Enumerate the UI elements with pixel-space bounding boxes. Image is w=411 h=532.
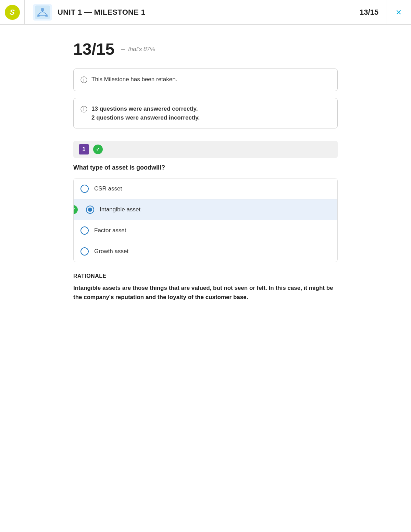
unit-thumbnail	[33, 4, 52, 21]
option-factor[interactable]: Factor asset	[74, 220, 337, 241]
rationale-text: Intangible assets are those things that …	[73, 283, 338, 302]
question-correct-checkmark: ✓	[93, 145, 103, 154]
radio-growth[interactable]	[80, 247, 89, 256]
unit-info: UNIT 1 — MILESTONE 1	[25, 4, 352, 21]
radio-csr[interactable]	[80, 185, 89, 193]
incorrect-count-text: 2 questions were answered incorrectly.	[91, 114, 200, 121]
percent-text: that's 87%	[128, 46, 155, 53]
correct-marker-intangible: ✓	[73, 205, 78, 214]
question-number-badge: 1	[79, 144, 89, 154]
arrow-icon: ←	[120, 46, 126, 53]
correct-count-text: 13 questions were answered correctly.	[91, 106, 198, 112]
retaken-notice: ⓘ This Milestone has been retaken.	[73, 69, 338, 91]
option-intangible-label: Intangible asset	[100, 206, 140, 213]
logo-area: S	[0, 0, 25, 25]
page-header: S UNIT 1 — MILESTONE 1 13/15 ×	[0, 0, 411, 25]
info-icon-2: ⓘ	[80, 105, 87, 114]
header-score: 13/15	[352, 0, 386, 25]
option-growth-label: Growth asset	[94, 248, 128, 255]
svg-rect-0	[35, 5, 50, 19]
question-header: 1 ✓	[73, 141, 338, 158]
question-text: What type of asset is goodwill?	[73, 164, 338, 171]
option-factor-label: Factor asset	[94, 227, 126, 234]
score-section: 13/15 ← that's 87%	[73, 41, 338, 58]
close-icon[interactable]: ×	[396, 8, 401, 17]
option-csr-label: CSR asset	[94, 185, 122, 192]
unit-title: UNIT 1 — MILESTONE 1	[58, 8, 145, 17]
logo-letter: S	[10, 8, 15, 17]
rationale-section: RATIONALE Intangible assets are those th…	[73, 273, 338, 302]
option-growth[interactable]: Growth asset	[74, 241, 337, 262]
score-summary-text: 13 questions were answered correctly. 2 …	[91, 104, 200, 122]
option-csr[interactable]: CSR asset	[74, 178, 337, 199]
svg-point-1	[41, 8, 44, 11]
radio-inner-intangible	[88, 208, 92, 212]
score-percent-area: ← that's 87%	[120, 46, 155, 53]
radio-factor[interactable]	[80, 226, 89, 235]
radio-intangible[interactable]	[86, 206, 94, 214]
question-1-section: 1 ✓ What type of asset is goodwill? CSR …	[73, 141, 338, 302]
logo-icon: S	[5, 5, 20, 20]
rationale-title: RATIONALE	[73, 273, 338, 279]
retaken-text: This Milestone has been retaken.	[91, 75, 177, 84]
unit-thumbnail-icon	[35, 5, 50, 19]
answer-options-list: CSR asset ✓ Intangible asset Factor asse…	[73, 178, 338, 262]
main-content: 13/15 ← that's 87% ⓘ This Milestone has …	[65, 25, 346, 322]
option-intangible[interactable]: ✓ Intangible asset	[74, 199, 337, 220]
info-icon-1: ⓘ	[80, 75, 87, 85]
score-summary-box: ⓘ 13 questions were answered correctly. …	[73, 98, 338, 128]
score-display: 13/15	[73, 41, 114, 58]
close-button[interactable]: ×	[386, 0, 411, 25]
